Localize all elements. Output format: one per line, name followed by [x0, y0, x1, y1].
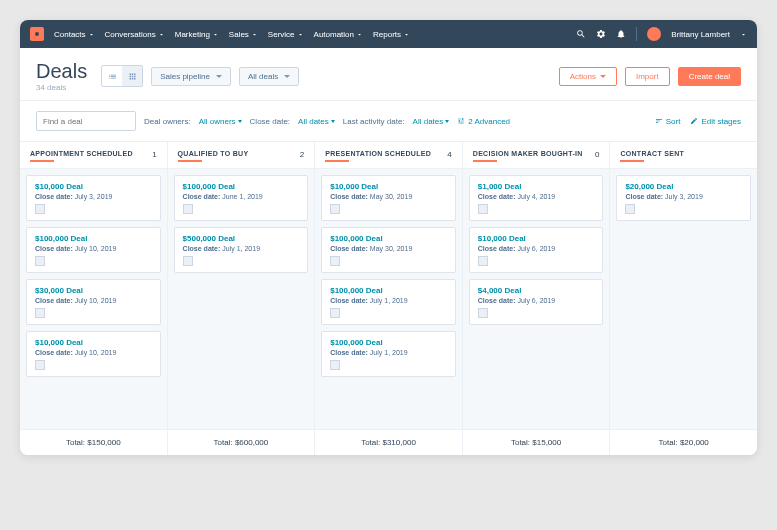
- view-toggle: [101, 65, 143, 87]
- nav-item[interactable]: Reports: [373, 30, 410, 39]
- activity-date-label: Last activity date:: [343, 117, 405, 126]
- chevron-down-icon: [88, 31, 95, 38]
- column-title: CONTRACT SENT: [620, 150, 684, 157]
- deal-card[interactable]: $500,000 DealClose date: July 1, 2019: [174, 227, 309, 273]
- deal-close-date: Close date: July 1, 2019: [183, 245, 300, 252]
- column-body: $10,000 DealClose date: May 30, 2019$100…: [315, 169, 462, 429]
- close-date-filter[interactable]: All dates: [298, 117, 335, 126]
- filter-bar: Deal owners: All owners Close date: All …: [20, 101, 757, 142]
- column-underline: [178, 160, 202, 162]
- owners-filter[interactable]: All owners: [199, 117, 242, 126]
- activity-date-filter[interactable]: All dates: [413, 117, 450, 126]
- task-icon: [35, 256, 45, 266]
- pipeline-select[interactable]: Sales pipeline: [151, 67, 231, 86]
- deal-card[interactable]: $10,000 DealClose date: July 10, 2019: [26, 331, 161, 377]
- column-header: DECISION MAKER BOUGHT-IN0: [463, 142, 610, 169]
- task-icon: [330, 360, 340, 370]
- task-icon: [35, 308, 45, 318]
- board-view-button[interactable]: [122, 66, 142, 86]
- task-icon: [625, 204, 635, 214]
- search-input[interactable]: [43, 117, 148, 126]
- create-deal-button[interactable]: Create deal: [678, 67, 741, 86]
- main-nav: ContactsConversationsMarketingSalesServi…: [54, 30, 576, 39]
- divider: [636, 27, 637, 41]
- deal-card[interactable]: $20,000 DealClose date: July 3, 2019: [616, 175, 751, 221]
- import-button[interactable]: Import: [625, 67, 670, 86]
- nav-item[interactable]: Service: [268, 30, 304, 39]
- deal-close-date: Close date: May 30, 2019: [330, 193, 447, 200]
- deal-card[interactable]: $100,000 DealClose date: July 1, 2019: [321, 331, 456, 377]
- deal-card[interactable]: $10,000 DealClose date: July 3, 2019: [26, 175, 161, 221]
- deals-filter-select[interactable]: All deals: [239, 67, 299, 86]
- actions-button[interactable]: Actions: [559, 67, 617, 86]
- user-name[interactable]: Brittany Lambert: [671, 30, 730, 39]
- column-total: Total: $310,000: [315, 429, 462, 455]
- chevron-down-icon: [331, 120, 335, 123]
- column-count: 0: [595, 150, 599, 159]
- deal-card[interactable]: $100,000 DealClose date: June 1, 2019: [174, 175, 309, 221]
- bell-icon[interactable]: [616, 29, 626, 39]
- deal-close-date: Close date: July 3, 2019: [35, 193, 152, 200]
- owners-label: Deal owners:: [144, 117, 191, 126]
- deal-title: $10,000 Deal: [330, 182, 447, 191]
- column-body: $1,000 DealClose date: July 4, 2019$10,0…: [463, 169, 610, 429]
- deal-card[interactable]: $30,000 DealClose date: July 10, 2019: [26, 279, 161, 325]
- deal-title: $1,000 Deal: [478, 182, 595, 191]
- nav-item[interactable]: Contacts: [54, 30, 95, 39]
- page-subtitle: 34 deals: [36, 83, 87, 92]
- column-count: 1: [152, 150, 156, 159]
- deal-title: $100,000 Deal: [330, 338, 447, 347]
- chevron-down-icon: [158, 31, 165, 38]
- deal-title: $10,000 Deal: [478, 234, 595, 243]
- column-header: CONTRACT SENT: [610, 142, 757, 169]
- create-label: Create deal: [689, 72, 730, 81]
- chevron-down-icon: [238, 120, 242, 123]
- task-icon: [478, 308, 488, 318]
- nav-item[interactable]: Marketing: [175, 30, 219, 39]
- list-view-button[interactable]: [102, 66, 122, 86]
- deal-close-date: Close date: May 30, 2019: [330, 245, 447, 252]
- column-total: Total: $15,000: [463, 429, 610, 455]
- gear-icon[interactable]: [596, 29, 606, 39]
- deal-card[interactable]: $10,000 DealClose date: May 30, 2019: [321, 175, 456, 221]
- column-header: PRESENTATION SCHEDULED4: [315, 142, 462, 169]
- nav-item[interactable]: Sales: [229, 30, 258, 39]
- task-icon: [478, 204, 488, 214]
- deal-title: $10,000 Deal: [35, 338, 152, 347]
- page-title: Deals: [36, 60, 87, 83]
- column-title: QUALIFIED TO BUY: [178, 150, 249, 157]
- deal-title: $100,000 Deal: [330, 234, 447, 243]
- kanban-board: APPOINTMENT SCHEDULED1$10,000 DealClose …: [20, 142, 757, 455]
- advanced-filters[interactable]: 2 Advanced: [457, 117, 510, 126]
- actions-label: Actions: [570, 72, 596, 81]
- deal-card[interactable]: $4,000 DealClose date: July 6, 2019: [469, 279, 604, 325]
- chevron-down-icon: [251, 31, 258, 38]
- column-underline: [30, 160, 54, 162]
- column-header: APPOINTMENT SCHEDULED1: [20, 142, 167, 169]
- sort-link[interactable]: Sort: [655, 117, 681, 126]
- deal-card[interactable]: $100,000 DealClose date: July 1, 2019: [321, 279, 456, 325]
- column-body: $20,000 DealClose date: July 3, 2019: [610, 169, 757, 429]
- chevron-down-icon: [212, 31, 219, 38]
- board-column: QUALIFIED TO BUY2$100,000 DealClose date…: [168, 142, 316, 455]
- column-title: PRESENTATION SCHEDULED: [325, 150, 431, 157]
- search-icon[interactable]: [576, 29, 586, 39]
- deal-card[interactable]: $100,000 DealClose date: May 30, 2019: [321, 227, 456, 273]
- column-title: APPOINTMENT SCHEDULED: [30, 150, 133, 157]
- chevron-down-icon: [216, 75, 222, 78]
- top-navbar: ContactsConversationsMarketingSalesServi…: [20, 20, 757, 48]
- column-underline: [325, 160, 349, 162]
- avatar[interactable]: [647, 27, 661, 41]
- chevron-down-icon: [297, 31, 304, 38]
- nav-item[interactable]: Conversations: [105, 30, 165, 39]
- column-underline: [473, 160, 497, 162]
- nav-item[interactable]: Automation: [314, 30, 363, 39]
- deal-close-date: Close date: July 1, 2019: [330, 297, 447, 304]
- edit-stages-link[interactable]: Edit stages: [690, 117, 741, 126]
- deal-card[interactable]: $1,000 DealClose date: July 4, 2019: [469, 175, 604, 221]
- search-input-wrapper[interactable]: [36, 111, 136, 131]
- deal-card[interactable]: $100,000 DealClose date: July 10, 2019: [26, 227, 161, 273]
- deal-card[interactable]: $10,000 DealClose date: July 6, 2019: [469, 227, 604, 273]
- hubspot-logo-icon[interactable]: [30, 27, 44, 41]
- deals-filter-label: All deals: [248, 72, 278, 81]
